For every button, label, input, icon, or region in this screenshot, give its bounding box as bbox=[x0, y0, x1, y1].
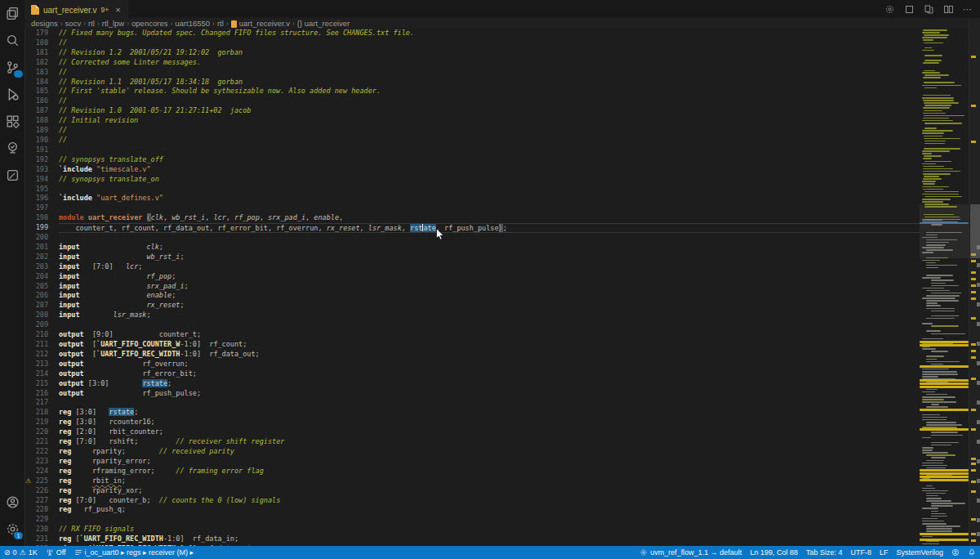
code-line-181[interactable]: 181// Revision 1.2 2001/05/21 19:12:02 g… bbox=[24, 48, 920, 58]
code-line-197[interactable]: 197 bbox=[24, 203, 920, 213]
code-line-220[interactable]: 220reg [2:0] rbit_counter; bbox=[24, 427, 920, 437]
breadcrumb-item-socv[interactable]: socv bbox=[65, 19, 82, 28]
code-line-189[interactable]: 189// bbox=[24, 126, 920, 136]
code-line-201[interactable]: 201input clk; bbox=[24, 243, 920, 253]
testing-icon[interactable] bbox=[0, 135, 24, 162]
code-line-228[interactable]: 228reg rf_push_q; bbox=[24, 505, 920, 515]
code-text: // synopsys translate_off bbox=[59, 155, 163, 165]
code-line-231[interactable]: 231reg [`UART_FIFO_REC_WIDTH-1:0] rf_dat… bbox=[24, 534, 920, 544]
code-line-186[interactable]: 186// bbox=[24, 96, 920, 106]
minimap[interactable] bbox=[920, 29, 969, 546]
code-line-214[interactable]: 214output rf_error_bit; bbox=[24, 369, 920, 379]
status-eol[interactable]: LF bbox=[875, 546, 893, 559]
code-text: input lsr_mask; bbox=[59, 311, 151, 320]
status-feedback[interactable] bbox=[947, 546, 964, 559]
code-line-202[interactable]: 202input wb_rst_i; bbox=[24, 253, 920, 262]
code-line-180[interactable]: 180// bbox=[24, 38, 920, 48]
open-changes-icon[interactable] bbox=[923, 3, 934, 15]
code-line-215[interactable]: 215output [3:0] rstate; bbox=[24, 379, 920, 389]
code-line-213[interactable]: 213output rf_overrun; bbox=[24, 360, 920, 369]
code-line-200[interactable]: 200 bbox=[24, 233, 920, 243]
extensions-icon[interactable] bbox=[0, 108, 24, 135]
code-editor[interactable]: 179// Fixed many bugs. Updated spec. Cha… bbox=[24, 29, 920, 546]
code-line-223[interactable]: 223reg rparity_error; bbox=[24, 457, 920, 467]
breadcrumb-item-rtl_lpw[interactable]: rtl_lpw bbox=[102, 19, 124, 28]
code-line-226[interactable]: 226reg rparity_xor; bbox=[24, 486, 920, 496]
status-notifications[interactable] bbox=[964, 546, 980, 559]
scrollbar-overview-ruler[interactable] bbox=[969, 18, 980, 546]
code-line-208[interactable]: 208input lsr_mask; bbox=[24, 311, 920, 320]
code-line-230[interactable]: 230// RX FIFO signals bbox=[24, 525, 920, 534]
code-line-192[interactable]: 192// synopsys translate_off bbox=[24, 155, 920, 165]
code-line-219[interactable]: 219reg [3:0] rcounter16; bbox=[24, 418, 920, 427]
code-line-199[interactable]: 199 counter_t, rf_count, rf_data_out, rf… bbox=[24, 223, 920, 233]
code-line-182[interactable]: 182// Corrected some Linter messages. bbox=[24, 58, 920, 68]
code-line-218[interactable]: 218reg [3:0] rstate; bbox=[24, 408, 920, 418]
code-line-207[interactable]: 207input rx_reset; bbox=[24, 301, 920, 311]
code-line-188[interactable]: 188// Initial revision bbox=[24, 116, 920, 126]
code-line-229[interactable]: 229 bbox=[24, 515, 920, 525]
code-line-185[interactable]: 185// First 'stable' release. Should be … bbox=[24, 87, 920, 96]
close-icon[interactable]: × bbox=[115, 6, 120, 14]
breadcrumb-item-uart16550[interactable]: uart16550 bbox=[175, 19, 210, 28]
breadcrumb-item-file[interactable]: uart_receiver.v bbox=[239, 19, 290, 28]
layout-icon[interactable] bbox=[903, 3, 915, 15]
code-line-179[interactable]: 179// Fixed many bugs. Updated spec. Cha… bbox=[24, 29, 920, 38]
breadcrumb-item-rtl[interactable]: rtl bbox=[88, 19, 95, 28]
code-line-191[interactable]: 191 bbox=[24, 145, 920, 155]
search-icon[interactable] bbox=[0, 27, 24, 54]
accounts-icon[interactable] bbox=[0, 489, 24, 516]
code-line-216[interactable]: 216output rf_push_pulse; bbox=[24, 389, 920, 399]
status-language-mode[interactable]: SystemVerilog bbox=[892, 546, 947, 559]
status-problems-label: 1K bbox=[29, 548, 38, 557]
status-live-server[interactable]: Off bbox=[42, 546, 70, 559]
status-hierarchy[interactable]: i_oc_uart0 ▸ regs ▸ receiver (M) ▸ bbox=[70, 546, 198, 559]
tab-uart-receiver[interactable]: uart_receiver.v 9+ × bbox=[24, 0, 128, 19]
code-line-206[interactable]: 206input enable; bbox=[24, 291, 920, 301]
status-cursor-position[interactable]: Ln 199, Col 88 bbox=[746, 546, 802, 559]
code-line-203[interactable]: 203input [7:0] lcr; bbox=[24, 262, 920, 272]
gutter: 224 bbox=[24, 467, 59, 476]
code-line-222[interactable]: 222reg rparity; // received parity bbox=[24, 447, 920, 457]
status-encoding[interactable]: UTF-8 bbox=[846, 546, 875, 559]
status-problems[interactable]: ⊘0⚠1K bbox=[0, 546, 42, 559]
explorer-icon[interactable] bbox=[0, 0, 24, 27]
code-line-211[interactable]: 211output [`UART_FIFO_COUNTER_W-1:0] rf_… bbox=[24, 340, 920, 350]
notebook-icon[interactable] bbox=[0, 162, 24, 189]
source-control-icon[interactable] bbox=[0, 54, 24, 81]
code-line-204[interactable]: 204input rf_pop; bbox=[24, 272, 920, 282]
code-text: reg rframing_error; // framing error fla… bbox=[59, 467, 264, 476]
split-editor-icon[interactable] bbox=[942, 3, 954, 15]
code-line-183[interactable]: 183// bbox=[24, 68, 920, 78]
status-tab-size[interactable]: Tab Size: 4 bbox=[802, 546, 847, 559]
code-line-209[interactable]: 209 bbox=[24, 320, 920, 330]
code-line-227[interactable]: 227reg [7:0] counter_b; // counts the 0 … bbox=[24, 496, 920, 506]
breadcrumb-item-opencores[interactable]: opencores bbox=[131, 19, 167, 28]
settings-gear-icon[interactable] bbox=[884, 3, 895, 15]
breadcrumb-item-rtl[interactable]: rtl bbox=[217, 19, 224, 28]
code-line-184[interactable]: 184// Revision 1.1 2001/05/17 18:34:18 g… bbox=[24, 78, 920, 87]
more-actions-icon[interactable]: ⋯ bbox=[962, 3, 973, 15]
run-debug-icon[interactable] bbox=[0, 81, 24, 108]
code-line-225[interactable]: ⚠225reg rbit_in; bbox=[24, 476, 920, 486]
code-line-205[interactable]: 205input srx_pad_i; bbox=[24, 282, 920, 292]
breadcrumb-item-symbol[interactable]: {} uart_receiver bbox=[297, 19, 350, 28]
code-line-198[interactable]: 198module uart_receiver (clk, wb_rst_i, … bbox=[24, 213, 920, 223]
settings-icon[interactable]: 1 bbox=[0, 516, 24, 543]
code-line-217[interactable]: 217 bbox=[24, 398, 920, 408]
code-text: output rf_overrun; bbox=[59, 360, 189, 369]
code-line-221[interactable]: 221reg [7:0] rshift; // receiver shift r… bbox=[24, 437, 920, 447]
code-line-210[interactable]: 210output [9:0] counter_t; bbox=[24, 330, 920, 340]
status-flow-config[interactable]: uvm_ref_flow_1.1 → default bbox=[635, 546, 746, 559]
code-line-194[interactable]: 194// synopsys translate_on bbox=[24, 175, 920, 185]
code-line-190[interactable]: 190// bbox=[24, 136, 920, 145]
code-line-224[interactable]: 224reg rframing_error; // framing error … bbox=[24, 467, 920, 476]
breadcrumb-item-designs[interactable]: designs bbox=[31, 19, 58, 28]
scrollbar-thumb[interactable] bbox=[970, 204, 980, 258]
code-line-212[interactable]: 212output [`UART_FIFO_REC_WIDTH-1:0] rf_… bbox=[24, 350, 920, 360]
code-line-195[interactable]: 195 bbox=[24, 185, 920, 195]
code-line-193[interactable]: 193`include "timescale.v" bbox=[24, 165, 920, 175]
minimap-slider[interactable] bbox=[920, 204, 969, 258]
code-line-187[interactable]: 187// Revision 1.0 2001-05-17 21:27:11+0… bbox=[24, 106, 920, 116]
code-line-196[interactable]: 196`include "uart_defines.v" bbox=[24, 194, 920, 203]
